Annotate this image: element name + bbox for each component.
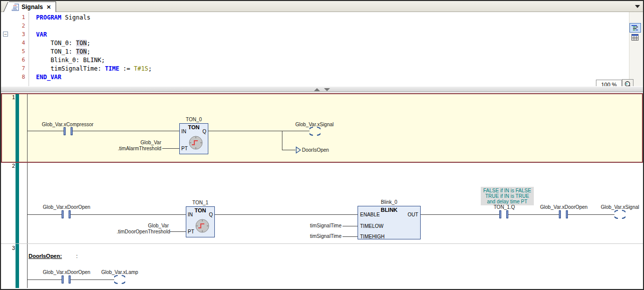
ton-function-block[interactable]: TON IN Q PT	[179, 123, 208, 154]
ton-function-block[interactable]: TON IN Q PT	[186, 206, 215, 237]
type-highlight: TON	[76, 40, 87, 47]
wire	[421, 214, 499, 215]
code-line-6: Blink_0: BLINK;	[36, 57, 105, 64]
code-text: ;	[87, 48, 90, 55]
pin-out: OUT	[408, 212, 418, 217]
operand-label[interactable]: Glob_Var .timAlarmThreshold	[110, 140, 161, 152]
contact-bar[interactable]	[71, 127, 73, 135]
network-number: 3	[9, 245, 15, 251]
line-number: 7	[10, 65, 25, 72]
code-text: TON_1:	[51, 48, 76, 55]
tooltip: FALSE if IN is FALSE TRUE if IN is TRUE …	[481, 187, 534, 205]
network-label[interactable]: DoorIsOpen:	[29, 253, 62, 259]
code-line-8: END_VAR	[36, 74, 62, 81]
wire	[71, 214, 186, 215]
wire	[215, 214, 358, 215]
jump-arrow-icon[interactable]	[295, 146, 301, 154]
contact-label[interactable]: Glob_Var.xDoorOpen	[43, 204, 91, 210]
line-number: 8	[10, 74, 25, 80]
tabular-view-icon	[631, 34, 638, 41]
fold-toggle[interactable]: –	[3, 32, 8, 37]
network-3[interactable]: 3 DoorIsOpen: : Glob_Var.xDoorOpen Glob_…	[1, 244, 643, 288]
textual-view-icon	[631, 25, 639, 31]
wire	[343, 236, 358, 237]
wire	[71, 279, 114, 280]
contact-label[interactable]: TON_1.Q	[494, 204, 515, 210]
contact-bar[interactable]	[499, 210, 501, 218]
codesys-window: Signals ✕ – 1 2 3 4 5 6 7 8 PROGRAM Sign…	[0, 0, 644, 290]
splitter-up-icon[interactable]	[314, 88, 320, 91]
pou-icon	[12, 4, 19, 11]
code-line-1: PROGRAM Signals	[36, 14, 90, 21]
contact-label[interactable]: Glob_Var.xCompressor	[42, 122, 93, 127]
pin-in: IN	[181, 129, 186, 134]
operand-label[interactable]: timSignalTime	[296, 233, 342, 239]
wire	[27, 214, 62, 215]
network-number: 2	[9, 163, 15, 169]
pin-q: Q	[202, 129, 206, 134]
wire	[343, 226, 358, 226]
power-rail	[16, 162, 19, 243]
pin-in: IN	[188, 212, 193, 217]
wire	[508, 214, 559, 215]
line-number: 3	[10, 31, 25, 38]
textual-view-button[interactable]	[629, 23, 641, 33]
pin-pt: PT	[188, 229, 194, 234]
coil[interactable]	[614, 209, 625, 219]
block-instance-label[interactable]: TON_1	[192, 200, 208, 205]
splitter-down-icon[interactable]	[324, 88, 330, 91]
contact-bar[interactable]	[62, 275, 64, 283]
wire	[162, 148, 179, 149]
pin-enable: ENABLE	[360, 212, 380, 217]
contact-label[interactable]: Glob_Var.xDoorOpen	[540, 204, 588, 210]
network-2[interactable]: 2 Glob_Var.xDoorOpen TON_1 TON IN Q PT G…	[1, 162, 643, 244]
line-number: 5	[10, 48, 25, 55]
tab-overflow-arrow-icon[interactable]	[635, 5, 640, 8]
contact-label[interactable]: Glob_Var.xDoorOpen	[43, 269, 91, 275]
wire	[282, 150, 295, 150]
power-rail	[16, 93, 19, 163]
code-text: ;	[148, 65, 152, 72]
timer-icon	[188, 135, 203, 150]
block-instance-label[interactable]: TON_0	[186, 117, 202, 122]
declaration-editor[interactable]: – 1 2 3 4 5 6 7 8 PROGRAM Signals VAR TO…	[1, 12, 643, 86]
network-1[interactable]: 1 Glob_Var.xCompressor TON_0 TON IN Q PT…	[1, 93, 643, 163]
contact-bar[interactable]	[559, 210, 561, 218]
line-number: 4	[10, 40, 25, 46]
block-instance-label[interactable]: Blink_0	[381, 199, 398, 205]
network-label-colon: :	[76, 253, 78, 259]
code-line-5: TON_1: TON;	[36, 48, 91, 55]
coil[interactable]	[114, 274, 125, 284]
code-text: :=	[119, 65, 134, 72]
wire	[27, 279, 62, 280]
pin-timelow: TIMELOW	[360, 223, 384, 229]
editor-splitter[interactable]	[1, 86, 643, 92]
type-highlight: TON	[76, 48, 87, 55]
timer-icon	[195, 218, 210, 233]
code-line-7: timSignalTime: TIME := T#1S;	[36, 65, 152, 72]
time-literal: T#1S	[134, 65, 148, 72]
wire	[568, 214, 614, 215]
blink-function-block[interactable]: BLINK ENABLE TIMELOW TIMEHIGH OUT	[358, 206, 421, 239]
tab-signals[interactable]: Signals ✕	[9, 2, 56, 12]
left-rail	[27, 93, 28, 163]
pin-q: Q	[209, 212, 213, 217]
jump-label[interactable]: DoorIsOpen	[302, 147, 329, 153]
tabular-view-button[interactable]	[630, 33, 639, 41]
contact-bar[interactable]	[64, 127, 66, 135]
left-rail	[27, 162, 28, 243]
operand-label[interactable]: timSignalTime	[296, 223, 342, 229]
network-number: 1	[9, 94, 15, 100]
contact-bar[interactable]	[62, 210, 64, 218]
pin-timehigh: TIMEHIGH	[360, 234, 385, 239]
left-rail	[27, 244, 28, 288]
close-icon[interactable]: ✕	[47, 4, 51, 11]
coil[interactable]	[309, 126, 320, 136]
operand-label[interactable]: Glob_Var .timDoorOpenThreshold	[117, 223, 169, 235]
power-rail	[16, 244, 19, 288]
pin-pt: PT	[181, 146, 188, 151]
code-text: Signals	[62, 14, 91, 21]
code-text: TON_0:	[51, 40, 76, 47]
wire	[282, 131, 282, 150]
code-line-3: VAR	[36, 31, 47, 38]
